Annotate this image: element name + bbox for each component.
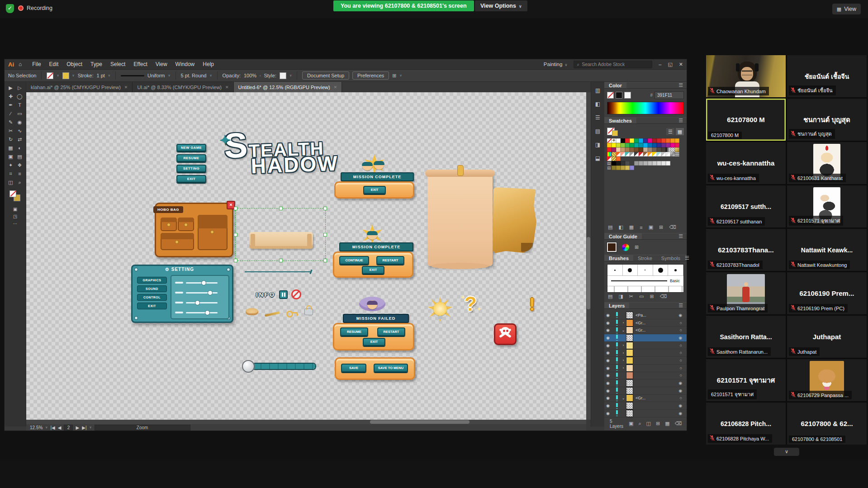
participant-tile-3[interactable]: ชนกานต์ บุญสุดชนกานต์ บุญสุด — [787, 99, 867, 141]
swatch[interactable] — [612, 161, 616, 166]
stroke-swatch[interactable] — [62, 72, 69, 79]
swatch[interactable] — [639, 143, 643, 147]
expand-arrow-icon[interactable]: › — [621, 366, 626, 370]
visibility-eye-icon[interactable]: ◉ — [606, 343, 612, 348]
layer-row-8[interactable]: ◉○ — [604, 372, 687, 380]
swatch[interactable] — [643, 152, 648, 156]
symbol-tool-icon[interactable]: ❖ — [18, 161, 22, 170]
swatch[interactable] — [670, 143, 675, 147]
layer-row-3[interactable]: ◉◉ — [604, 334, 687, 342]
zoom-level[interactable]: 12.5% — [30, 425, 43, 430]
save-to-menu-button[interactable]: SAVE TO MENU — [374, 364, 408, 372]
layer-row-11[interactable]: ◉⌄<Gr...○ — [604, 395, 687, 403]
swatch[interactable] — [666, 143, 670, 147]
swatch[interactable] — [648, 152, 652, 156]
close-icon[interactable]: ✕ — [679, 62, 683, 67]
panel-menu-icon[interactable]: ☰ — [678, 118, 683, 123]
visibility-eye-icon[interactable]: ◉ — [606, 403, 612, 408]
swatch[interactable] — [630, 152, 634, 156]
settings-graphics-button[interactable]: GRAPHICS — [137, 277, 167, 284]
magic-wand-tool-icon[interactable]: ✚ — [9, 92, 13, 101]
swatch[interactable] — [648, 143, 652, 147]
participant-tile-17[interactable]: 62107800 & 62...62107800 & 62108501 — [787, 403, 867, 445]
blob-brush-tool-icon[interactable]: ∿ — [18, 127, 22, 135]
question-mark-asset[interactable]: ? ✦✦ — [465, 293, 477, 315]
swatch[interactable] — [612, 152, 616, 156]
swatch[interactable] — [607, 143, 612, 147]
close-tab-icon[interactable]: ✕ — [334, 85, 337, 90]
locate-object-icon[interactable]: ⌕ — [638, 421, 641, 426]
swatch[interactable] — [639, 152, 643, 156]
participant-tile-4[interactable]: wu-ces-kannatthawu-ces-kannattha — [706, 142, 786, 184]
swatch[interactable] — [616, 156, 621, 161]
swatch[interactable] — [621, 161, 625, 166]
swatch[interactable] — [616, 166, 621, 170]
swatch[interactable] — [643, 143, 648, 147]
visibility-eye-icon[interactable]: ◉ — [606, 313, 612, 317]
prev-artboard-icon[interactable]: ◀ — [58, 425, 62, 430]
document-setup-button[interactable]: Document Setup — [302, 71, 349, 80]
mesh-tool-icon[interactable]: ▣ — [8, 152, 13, 161]
panel-menu-icon[interactable]: ☰ — [678, 233, 683, 239]
swatch[interactable] — [648, 147, 652, 152]
visibility-eye-icon[interactable]: ◉ — [606, 321, 612, 325]
save-dialog-asset[interactable]: SAVE SAVE TO MENU — [335, 357, 415, 380]
brush-options-icon[interactable]: ▭ — [639, 294, 644, 299]
swatch[interactable] — [616, 147, 621, 152]
appearance-panel-icon[interactable]: ⬓ — [595, 155, 600, 161]
color-spectrum[interactable] — [607, 102, 684, 114]
participant-tile-12[interactable]: Sasithorn Ratta...Sasithorn Rattanarun..… — [706, 316, 786, 358]
basic-brush-row[interactable]: Basic — [607, 276, 683, 286]
visibility-eye-icon[interactable]: ◉ — [606, 381, 612, 385]
swatch[interactable] — [675, 138, 679, 143]
restart-button[interactable]: RESTART — [376, 256, 404, 265]
expand-arrow-icon[interactable]: › — [621, 351, 626, 355]
swatch[interactable] — [670, 147, 675, 152]
menu-object[interactable]: Object — [62, 61, 86, 67]
layer-row-6[interactable]: ◉›○ — [604, 357, 687, 365]
swatch[interactable] — [666, 147, 670, 152]
restart-button[interactable]: RESTART — [377, 327, 405, 336]
target-circle-icon[interactable]: ○ — [680, 373, 682, 378]
swatch[interactable] — [621, 143, 625, 147]
setting-button[interactable]: SETTING — [176, 165, 206, 172]
exit-button[interactable]: EXIT — [362, 266, 384, 274]
type-tool-icon[interactable]: T — [18, 101, 21, 109]
swatch[interactable] — [666, 161, 670, 166]
new-brush-icon[interactable]: ⊞ — [650, 294, 654, 299]
menu-type[interactable]: Type — [86, 61, 106, 67]
settings-sound-button[interactable]: SOUND — [137, 285, 167, 292]
slice-tool-icon[interactable]: ◫ — [8, 178, 13, 187]
swatch[interactable] — [643, 161, 648, 166]
slider-track-asset[interactable] — [245, 271, 311, 272]
exit-button[interactable]: EXIT — [363, 186, 386, 194]
save-button[interactable]: SAVE — [341, 364, 366, 372]
draw-mode-icons[interactable]: ▣◳⋯ — [13, 206, 18, 227]
swatch[interactable] — [657, 143, 661, 147]
fill-stroke-indicator[interactable] — [9, 190, 21, 202]
pencil-tool-icon[interactable]: ◉ — [18, 118, 22, 127]
participant-video-tile[interactable]: Chaowanan Khundam — [706, 55, 786, 97]
menu-window[interactable]: Window — [171, 61, 199, 67]
new-game-button[interactable]: NEW GAME — [176, 144, 206, 152]
swatch[interactable] — [621, 166, 625, 170]
swatch[interactable] — [661, 147, 666, 152]
resume-button[interactable]: RESUME — [176, 154, 206, 162]
swatch[interactable] — [648, 138, 652, 143]
swatch[interactable] — [630, 166, 634, 170]
swatch[interactable] — [675, 147, 679, 152]
swatch[interactable] — [661, 152, 666, 156]
visibility-eye-icon[interactable]: ◉ — [606, 328, 612, 332]
continue-button[interactable]: CONTINUE — [339, 256, 369, 265]
brush-library-icon[interactable]: ◨ — [618, 294, 623, 299]
mission-complete-dialog-2[interactable]: MISSION COMPLETE CONTINUE RESTART EXIT — [333, 224, 413, 275]
visibility-eye-icon[interactable]: ◉ — [606, 358, 612, 363]
menu-view[interactable]: View — [152, 61, 171, 67]
item-icons-row[interactable] — [246, 305, 313, 315]
swatch[interactable] — [607, 138, 612, 143]
new-layer-icon[interactable]: ▦ — [665, 421, 669, 426]
rotate-tool-icon[interactable]: ↻ — [9, 135, 13, 144]
fill-proxy-swatch[interactable] — [9, 190, 16, 197]
menu-file[interactable]: File — [28, 61, 45, 67]
brush-definition[interactable]: 5 pt. Round — [181, 73, 207, 78]
